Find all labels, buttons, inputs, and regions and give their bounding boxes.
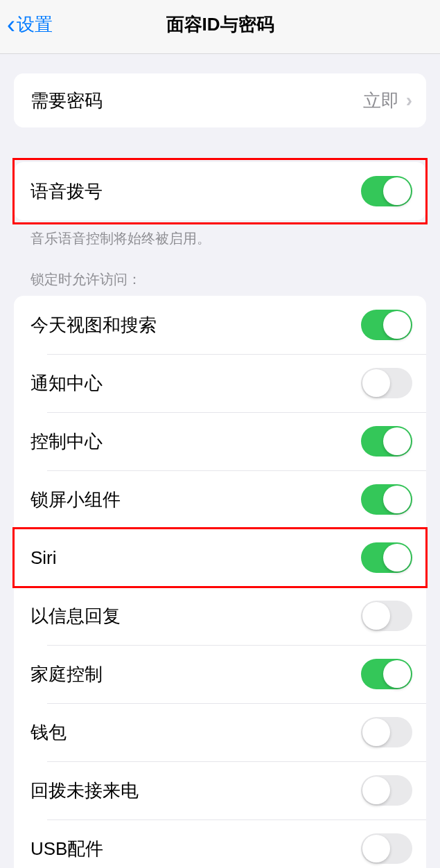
toggle-knob <box>362 718 390 746</box>
reply-messages-label: 以信息回复 <box>30 604 121 628</box>
today-view-search-label: 今天视图和搜索 <box>30 313 157 337</box>
siri-label: Siri <box>30 547 57 569</box>
passcode-group: 需要密码 立即 › <box>14 73 426 127</box>
usb-accessories-row: USB配件 <box>30 820 426 868</box>
require-passcode-label: 需要密码 <box>30 89 103 113</box>
toggle-knob <box>383 660 411 688</box>
notification-center-row: 通知中心 <box>30 354 426 412</box>
siri-row: Siri <box>30 529 426 587</box>
control-center-row: 控制中心 <box>30 412 426 470</box>
home-control-toggle[interactable] <box>361 659 412 689</box>
toggle-knob <box>383 427 411 455</box>
lock-access-header: 锁定时允许访问： <box>14 248 426 296</box>
wallet-label: 钱包 <box>30 720 67 745</box>
voice-dial-row: 语音拨号 <box>14 162 426 220</box>
notification-center-label: 通知中心 <box>30 371 103 396</box>
voice-dial-toggle[interactable] <box>361 176 412 206</box>
toggle-knob <box>383 177 411 205</box>
reply-messages-row: 以信息回复 <box>30 587 426 645</box>
toggle-knob <box>362 777 390 804</box>
voice-dial-group: 语音拨号 <box>14 162 426 220</box>
notification-center-toggle[interactable] <box>361 368 412 398</box>
home-control-label: 家庭控制 <box>30 662 103 687</box>
toggle-knob <box>383 311 411 339</box>
lock-screen-widgets-row: 锁屏小组件 <box>30 470 426 529</box>
wallet-toggle[interactable] <box>361 717 412 747</box>
voice-dial-label: 语音拨号 <box>30 179 103 204</box>
lock-access-group: 今天视图和搜索通知中心控制中心锁屏小组件Siri以信息回复家庭控制钱包回拨未接来… <box>14 296 426 868</box>
reply-messages-toggle[interactable] <box>361 601 412 631</box>
return-missed-calls-row: 回拨未接来电 <box>30 761 426 820</box>
voice-dial-footer: 音乐语音控制将始终被启用。 <box>14 220 426 248</box>
back-button[interactable]: ‹ 设置 <box>7 12 53 37</box>
today-view-search-row: 今天视图和搜索 <box>14 296 426 354</box>
toggle-knob <box>362 369 390 397</box>
return-missed-calls-toggle[interactable] <box>361 775 412 806</box>
lock-screen-widgets-toggle[interactable] <box>361 484 412 515</box>
home-control-row: 家庭控制 <box>30 645 426 703</box>
chevron-right-icon: › <box>406 89 412 112</box>
back-label: 设置 <box>17 12 53 37</box>
usb-accessories-toggle[interactable] <box>361 833 412 864</box>
siri-toggle[interactable] <box>361 542 412 573</box>
return-missed-calls-label: 回拨未接来电 <box>30 779 139 803</box>
wallet-row: 钱包 <box>30 703 426 761</box>
usb-accessories-label: USB配件 <box>30 837 103 861</box>
lock-screen-widgets-label: 锁屏小组件 <box>30 488 121 512</box>
page-title: 面容ID与密码 <box>166 12 274 37</box>
toggle-knob <box>383 486 411 513</box>
chevron-left-icon: ‹ <box>7 12 15 37</box>
require-passcode-row[interactable]: 需要密码 立即 › <box>14 73 426 127</box>
control-center-label: 控制中心 <box>30 429 103 454</box>
today-view-search-toggle[interactable] <box>361 310 412 340</box>
toggle-knob <box>362 835 390 862</box>
nav-header: ‹ 设置 面容ID与密码 <box>0 0 440 54</box>
control-center-toggle[interactable] <box>361 426 412 457</box>
toggle-knob <box>362 602 390 630</box>
toggle-knob <box>383 544 411 572</box>
require-passcode-value: 立即 <box>363 89 399 113</box>
